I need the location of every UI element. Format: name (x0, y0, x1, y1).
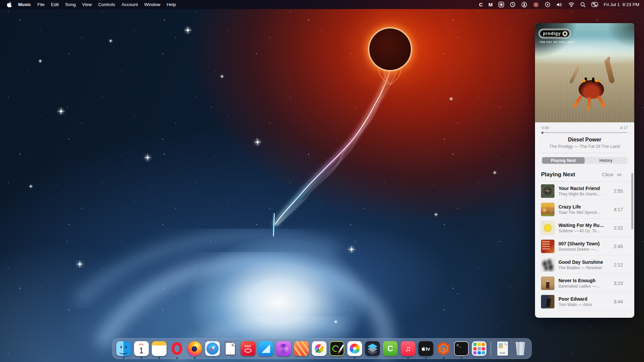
eclipsed-sun (369, 28, 411, 70)
menu-view[interactable]: View (82, 2, 92, 7)
menu-edit[interactable]: Edit (51, 2, 59, 7)
dock-affinity-photo-icon[interactable] (276, 341, 291, 356)
queue-scrollbar[interactable] (631, 173, 633, 229)
queue-song-duration: 3:44 (614, 299, 634, 304)
queue-song-title: Good Day Sunshine (558, 259, 612, 265)
queue-song-subtitle: The Beatles — Revolver (558, 265, 612, 270)
dock-layers-app-icon[interactable] (365, 341, 380, 356)
fast-user-switching-icon[interactable] (521, 1, 527, 8)
dock-separator (491, 341, 491, 356)
queue-song-subtitle: Desmond Dekker —… (558, 247, 612, 252)
queue-row[interactable]: Your Racist Friend They Might Be Giants…… (535, 182, 634, 200)
menu-file[interactable]: File (37, 2, 45, 7)
dock-pixelmator-icon[interactable] (312, 341, 327, 356)
elapsed-time: 0:00 (542, 126, 549, 130)
queue-album-thumb (541, 295, 554, 308)
progress-knob[interactable] (541, 132, 543, 134)
running-indicator (194, 357, 196, 359)
now-playing-icon[interactable] (545, 1, 550, 8)
menu-help[interactable]: Help (167, 2, 176, 7)
malwarebytes-icon[interactable]: M (488, 1, 493, 8)
dock-paint-app-icon[interactable] (329, 341, 345, 356)
menu-controls[interactable]: Controls (98, 2, 115, 7)
dock-trash-icon[interactable] (513, 341, 528, 356)
dock-music-icon[interactable]: ♫ (400, 341, 416, 356)
snowflake-utility-icon[interactable] (498, 1, 504, 8)
dock: JUL 1 PDF C (112, 338, 532, 359)
dock-photos-icon[interactable] (347, 341, 363, 356)
spotlight-search-icon[interactable] (580, 1, 586, 8)
menu-app-name[interactable]: Music (18, 2, 31, 7)
queue-song-title: Waiting For My Ru… (558, 223, 612, 228)
tab-history[interactable]: History (585, 157, 627, 164)
running-indicator (141, 357, 142, 359)
menu-bar: Music File Edit Song View Controls Accou… (0, 0, 644, 9)
apple-menu[interactable] (7, 2, 12, 7)
divider (541, 153, 628, 153)
dock-notes-icon[interactable] (152, 341, 167, 356)
dock-apple-tv-icon[interactable]: tv (418, 341, 434, 356)
menu-song[interactable]: Song (65, 2, 76, 7)
menu-bar-clock[interactable]: Fri Jul 1 8:23 PM (604, 2, 639, 7)
track-artist-album: The Prodigy — The Fat Of The Land (535, 144, 634, 149)
running-indicator (425, 357, 427, 359)
progress-bar[interactable] (542, 132, 628, 133)
queue-album-thumb (541, 240, 554, 253)
prodigy-ant-icon (562, 31, 568, 36)
dock-opera-icon[interactable] (169, 341, 185, 356)
control-center-icon[interactable] (591, 1, 598, 8)
dock-affinity-publisher-icon[interactable] (294, 341, 309, 356)
queue-song-title: Poor Edward (558, 296, 612, 302)
hexagon-app-status-icon[interactable] (533, 1, 539, 8)
wifi-icon[interactable] (568, 1, 575, 8)
queue-song-duration: 3:23 (614, 281, 634, 286)
autoplay-infinity-icon[interactable]: ∞ (617, 172, 622, 177)
dock-finder-icon[interactable] (116, 341, 131, 356)
dock-hexagon-app-icon[interactable] (436, 341, 451, 356)
dock-pdf-expert-icon[interactable]: PDF (240, 341, 256, 356)
running-indicator (176, 357, 178, 359)
menu-window[interactable]: Window (144, 2, 160, 7)
queue-song-subtitle: Toad The Wet Sprock… (558, 210, 612, 215)
queue-row[interactable]: Waiting For My Ru… Sublime — 40 Oz. To… … (535, 219, 634, 237)
dock-safari-icon[interactable] (205, 341, 220, 356)
queue-row[interactable]: Crazy Life Toad The Wet Sprock… 4:17 (535, 200, 634, 219)
running-indicator (443, 357, 444, 359)
queue-song-subtitle: They Might Be Giants… (558, 192, 612, 196)
dock-terminal-icon[interactable]: >_ (454, 341, 469, 356)
queue-row[interactable]: Good Day Sunshine The Beatles — Revolver… (535, 255, 634, 274)
queue-album-thumb (541, 258, 554, 272)
running-indicator (408, 357, 409, 359)
queue-song-duration: 2:12 (614, 262, 634, 267)
running-indicator (461, 357, 462, 359)
queue-tabs: Playing Next History (542, 157, 628, 164)
apple-logo-icon (422, 347, 425, 351)
tab-playing-next[interactable]: Playing Next (542, 157, 585, 164)
clear-queue-button[interactable]: Clear (602, 172, 614, 177)
menu-account[interactable]: Account (121, 2, 138, 7)
time-machine-icon[interactable] (510, 1, 516, 8)
dock-libreoffice-icon[interactable] (223, 341, 238, 356)
running-indicator (123, 357, 124, 359)
queue-row[interactable]: Poor Edward Tom Waits — Alice 3:44 (535, 292, 634, 311)
carbon-copy-cloner-icon[interactable]: C (479, 1, 483, 8)
dock-pdf-document-icon[interactable]: PDF (495, 341, 511, 356)
queue-album-thumb (541, 203, 554, 216)
prodigy-logo: prodigy (539, 29, 571, 38)
clock-time: 8:23 PM (623, 2, 639, 7)
queue-song-title: 007 (Shanty Town) (558, 241, 612, 246)
queue-header-title: Playing Next (541, 171, 575, 178)
dock-calendar-icon[interactable]: JUL 1 (134, 341, 149, 356)
running-indicator (354, 357, 356, 359)
dock-firefox-icon[interactable] (187, 341, 203, 356)
playing-next-list: Your Racist Friend They Might Be Giants…… (535, 182, 634, 311)
queue-song-title: Your Racist Friend (558, 186, 612, 191)
queue-row[interactable]: Never Is Enough Barenaked Ladies —… 3:23 (535, 274, 634, 292)
dock-launchpad-icon[interactable] (472, 341, 487, 356)
queue-song-title: Crazy Life (558, 204, 612, 209)
queue-row[interactable]: 007 (Shanty Town) Desmond Dekker —… 2:45 (535, 237, 634, 255)
dock-affinity-designer-icon[interactable] (258, 341, 274, 356)
volume-icon[interactable] (556, 1, 562, 8)
dock-camtasia-icon[interactable]: C (383, 341, 398, 356)
running-indicator (159, 357, 160, 359)
